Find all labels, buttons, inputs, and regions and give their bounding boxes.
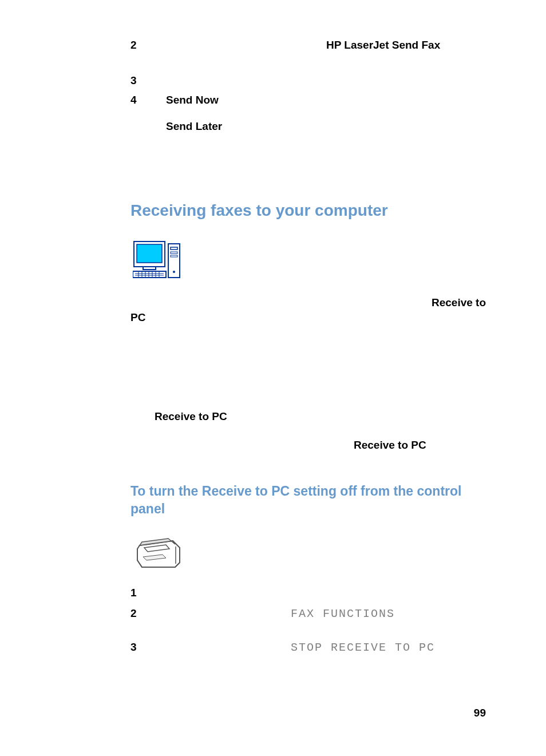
step-number-2: 2: [130, 39, 166, 52]
computer-icon: [133, 240, 486, 282]
step-2-content: HP LaserJet Send Fax: [166, 39, 486, 52]
step-3-row: 3: [130, 74, 486, 87]
lower-step-number-3: 3: [130, 641, 166, 654]
svg-rect-2: [143, 267, 156, 270]
receive-to-label: Receive to: [432, 295, 486, 310]
svg-point-17: [173, 271, 175, 273]
receive-to-pc-indent: Receive to PC: [155, 410, 486, 423]
fax-functions-lcd: FAX FUNCTIONS: [291, 607, 395, 620]
lower-step-3-content: STOP RECEIVE TO PC: [166, 641, 486, 654]
send-later-row: Send Later: [166, 120, 486, 133]
pc-label: PC: [130, 311, 145, 323]
lower-step-2-content: FAX FUNCTIONS: [166, 607, 486, 620]
svg-rect-3: [133, 271, 166, 278]
step-number-3: 3: [130, 74, 166, 87]
step-4-row: 4 Send Now: [130, 94, 486, 106]
receive-to-pc-line-2: Receive to PC: [130, 439, 486, 452]
send-now-label: Send Now: [166, 94, 486, 106]
step-number-4: 4: [130, 94, 166, 106]
lower-step-number-2: 2: [130, 607, 166, 620]
lower-step-number-1: 1: [130, 587, 166, 599]
receive-to-pc-bold-2: Receive to PC: [354, 439, 426, 451]
page-content: 2 HP LaserJet Send Fax 3 4 Send Now Send…: [0, 0, 546, 654]
lower-step-3-row: 3 STOP RECEIVE TO PC: [130, 641, 486, 654]
heading-turn-off-receive: To turn the Receive to PC setting off fr…: [130, 482, 486, 518]
lower-step-2-row: 2 FAX FUNCTIONS: [130, 607, 486, 620]
heading-receiving-faxes: Receiving faxes to your computer: [130, 201, 486, 220]
printer-icon: [134, 535, 486, 573]
receive-to-pc-paragraph: Receive to PC: [130, 295, 486, 324]
receive-to-pc-bold-1: Receive to PC: [155, 410, 227, 422]
stop-receive-lcd: STOP RECEIVE TO PC: [291, 641, 435, 654]
lower-step-1-row: 1: [130, 587, 486, 599]
send-later-label: Send Later: [166, 120, 222, 132]
page-number: 99: [474, 707, 486, 719]
hp-laserjet-send-fax-label: HP LaserJet Send Fax: [166, 39, 440, 51]
step-2-row: 2 HP LaserJet Send Fax: [130, 39, 486, 52]
svg-rect-1: [137, 244, 162, 263]
